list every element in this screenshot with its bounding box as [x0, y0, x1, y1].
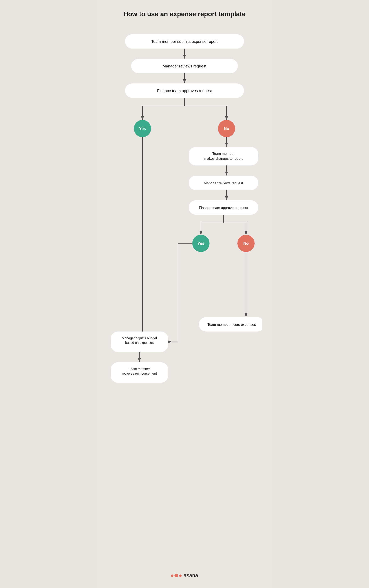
- diagram: Team member submits expense report Manag…: [107, 28, 262, 562]
- no-circle: No: [224, 126, 229, 131]
- asana-text: asana: [184, 572, 198, 578]
- right-step2: Manager reviews request: [204, 181, 243, 185]
- dot-right-icon: [179, 575, 182, 577]
- yes-circle: Yes: [139, 126, 146, 131]
- no2-circle: No: [243, 241, 249, 246]
- svg-text:makes changes to report: makes changes to report: [204, 157, 243, 161]
- right-step3: Finance team approves request: [199, 206, 248, 210]
- dot-center-icon: [174, 574, 178, 577]
- svg-text:Team member: Team member: [212, 152, 235, 156]
- svg-text:Team member: Team member: [129, 367, 150, 371]
- flowchart-svg: Team member submits expense report Manag…: [107, 28, 262, 561]
- svg-text:Manager adjusts budget: Manager adjusts budget: [122, 336, 157, 340]
- dot-left-icon: [171, 575, 174, 577]
- asana-dots-icon: [171, 574, 182, 577]
- step2-text: Manager reviews request: [163, 64, 206, 68]
- svg-text:based on expenses: based on expenses: [125, 341, 154, 344]
- yes2-circle: Yes: [197, 241, 204, 246]
- step1-text: Team member submits expense report: [151, 39, 218, 44]
- svg-text:recieves reimbursement: recieves reimbursement: [122, 372, 157, 375]
- page-title: How to use an expense report template: [106, 10, 263, 18]
- asana-logo: asana: [106, 572, 263, 578]
- svg-rect-16: [189, 147, 258, 165]
- page: How to use an expense report template Te…: [97, 0, 272, 588]
- step3-text: Finance team approves request: [157, 89, 212, 93]
- right-bottom: Team member incurs expenses: [207, 323, 256, 327]
